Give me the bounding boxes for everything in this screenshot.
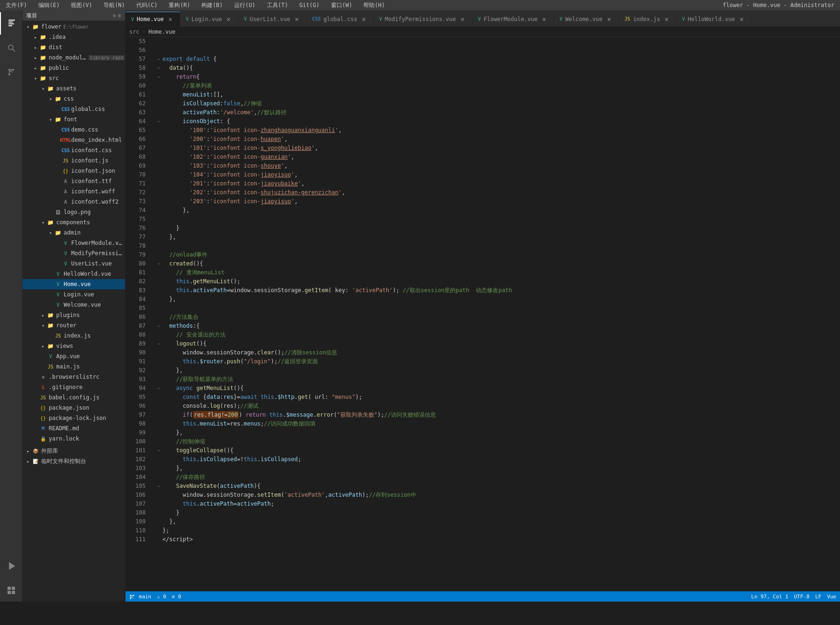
tree-item-helloworld[interactable]: V HelloWorld.vue (22, 269, 125, 279)
status-errors[interactable]: ⚠ 0 (157, 594, 166, 600)
tree-item-dist[interactable]: 📁 dist (22, 42, 125, 52)
tab-close-helloworld[interactable]: × (738, 15, 745, 23)
tab-helloworld[interactable]: V HelloWorld.vue × (677, 12, 752, 26)
tree-label-flowermodule: FlowerModule.vue (71, 240, 125, 246)
tree-item-flower[interactable]: 📁 flower E:\flower (22, 22, 125, 32)
tree-item-app[interactable]: V App.vue (22, 351, 125, 361)
tree-item-demo-css[interactable]: CSS demo.css (22, 125, 125, 135)
tab-welcome[interactable]: V Welcome.vue × (554, 12, 619, 26)
tree-item-iconfont-css[interactable]: CSS iconfont.css (22, 145, 125, 155)
tree-item-font[interactable]: 📁 font (22, 114, 125, 125)
tree-item-main-js[interactable]: JS main.js (22, 361, 125, 372)
tree-item-src[interactable]: 📁 src (22, 73, 125, 83)
tree-item-views[interactable]: 📁 views (22, 341, 125, 351)
explorer-icon[interactable] (0, 12, 22, 35)
breadcrumb-src[interactable]: src (129, 29, 140, 35)
tree-item-readme[interactable]: M README.md (22, 423, 125, 434)
tab-index-js[interactable]: JS index.js × (619, 12, 677, 26)
tab-close-home[interactable]: × (167, 15, 174, 23)
status-git-branch[interactable]: main (129, 594, 151, 600)
tree-item-idea[interactable]: 📁 .idea (22, 32, 125, 42)
tab-close-login[interactable]: × (225, 15, 232, 23)
tab-userlist-vue[interactable]: V UserList.vue × (238, 12, 307, 26)
tab-home-vue[interactable]: V Home.vue × (125, 12, 180, 26)
tree-item-iconfont-woff2[interactable]: A iconfont.woff2 (22, 197, 125, 207)
tree-item-components[interactable]: 📁 components (22, 217, 125, 228)
external-icon: 📦 (32, 447, 39, 455)
tab-global-css[interactable]: CSS global.css × (307, 12, 374, 26)
tree-item-login[interactable]: V Login.vue (22, 289, 125, 300)
sidebar-settings-icon[interactable]: ⚙ (113, 13, 116, 19)
tree-item-public[interactable]: 📁 public (22, 63, 125, 73)
menu-file[interactable]: 文件(F) (4, 0, 29, 10)
tree-item-iconfont-json[interactable]: {} iconfont.json (22, 166, 125, 176)
status-line-ending[interactable]: LF (815, 594, 821, 600)
tree-item-scratch[interactable]: 📝 临时文件和控制台 (22, 456, 125, 466)
tab-close-userlist[interactable]: × (293, 15, 301, 23)
menu-edit[interactable]: 编辑(E) (37, 0, 62, 10)
tree-item-userlist[interactable]: V UserList.vue (22, 258, 125, 269)
menu-view[interactable]: 视图(V) (69, 0, 94, 10)
code-area[interactable]: ▾ ▾ ▾ ▾ (151, 37, 840, 591)
tree-item-package-lock[interactable]: {} package-lock.json (22, 413, 125, 423)
tree-item-yarn-lock[interactable]: 🔒 yarn.lock (22, 434, 125, 444)
empty-arrow (47, 301, 54, 309)
menu-build[interactable]: 构建(B) (199, 0, 225, 10)
tree-item-browserslistrc[interactable]: ≡ .browserslistrc (22, 372, 125, 382)
tree-item-plugins[interactable]: 📁 plugins (22, 310, 125, 320)
tab-close-flowermodule[interactable]: × (540, 15, 548, 23)
status-position[interactable]: Ln 97, Col 1 (751, 594, 788, 600)
menu-git[interactable]: Git(G) (297, 1, 321, 9)
tree-item-iconfont-js[interactable]: JS iconfont.js (22, 155, 125, 166)
tab-flowermodule[interactable]: V FlowerModule.vue × (472, 12, 554, 26)
extensions-icon[interactable] (0, 579, 22, 602)
git-icon[interactable] (0, 61, 22, 83)
top-menubar: 文件(F) 编辑(E) 视图(V) 导航(N) 代码(C) 重构(R) 构建(B… (0, 0, 840, 10)
tree-label-admin: admin (64, 229, 81, 236)
debug-icon[interactable] (0, 555, 22, 577)
tree-item-admin[interactable]: 📁 admin (22, 228, 125, 238)
search-icon[interactable] (0, 37, 22, 59)
tree-item-global-css[interactable]: CSS global.css (22, 104, 125, 114)
tree-item-demo-html[interactable]: HTML demo_index.html (22, 135, 125, 145)
tree-item-node-modules[interactable]: 📁 node_modules library root (22, 52, 125, 63)
tree-item-iconfont-ttf[interactable]: A iconfont.ttf (22, 176, 125, 186)
tree-item-home[interactable]: V Home.vue (22, 279, 125, 289)
tree-item-router[interactable]: 📁 router (22, 320, 125, 331)
tree-item-welcome[interactable]: V Welcome.vue (22, 300, 125, 310)
tab-close-welcome[interactable]: × (605, 15, 613, 23)
tree-item-router-index[interactable]: JS index.js (22, 331, 125, 341)
tab-close-index-js[interactable]: × (663, 15, 671, 23)
tree-item-iconfont-woff[interactable]: A iconfont.woff (22, 186, 125, 197)
tree-item-modifyperm[interactable]: V ModifyPermissions.vue (22, 248, 125, 258)
tree-item-package-json[interactable]: {} package.json (22, 403, 125, 413)
tree-item-assets[interactable]: 📁 assets (22, 83, 125, 94)
tree-item-flowermodule[interactable]: V FlowerModule.vue (22, 238, 125, 248)
status-encoding[interactable]: UTF-8 (794, 594, 810, 600)
status-file-type[interactable]: Vue (827, 594, 836, 600)
menu-nav[interactable]: 导航(N) (102, 0, 127, 10)
menu-tools[interactable]: 工具(T) (265, 0, 290, 10)
tree-item-external-libs[interactable]: 📦 外部库 (22, 446, 125, 456)
sidebar-expand-icon[interactable]: ≡ (118, 13, 121, 19)
menu-code[interactable]: 代码(C) (134, 0, 160, 10)
tree-item-babel[interactable]: JS babel.config.js (22, 392, 125, 403)
tab-close-global-css[interactable]: × (360, 15, 368, 23)
tab-modifyperm[interactable]: V ModifyPermissions.vue × (374, 12, 472, 26)
menu-run[interactable]: 运行(U) (232, 0, 258, 10)
code-line-60: //菜单列表 (162, 81, 836, 90)
status-warnings[interactable]: ⊘ 0 (172, 594, 181, 600)
tree-item-gitignore[interactable]: G .gitignore (22, 382, 125, 392)
font-icon2: A (62, 188, 69, 195)
tab-login-vue[interactable]: V Login.vue × (180, 12, 238, 26)
menu-window[interactable]: 窗口(W) (329, 0, 354, 10)
menu-refactor[interactable]: 重构(R) (167, 0, 192, 10)
menu-help[interactable]: 帮助(H) (361, 0, 387, 10)
tab-close-modifyperm[interactable]: × (459, 15, 466, 23)
breadcrumb-home[interactable]: Home.vue (148, 29, 176, 35)
tab-vue-icon6: V (560, 16, 562, 22)
tree-item-css[interactable]: 📁 css (22, 94, 125, 104)
tree-label-login: Login.vue (64, 291, 94, 298)
tree-item-logo[interactable]: 🖼 logo.png (22, 207, 125, 217)
js-icon4: JS (47, 363, 54, 370)
